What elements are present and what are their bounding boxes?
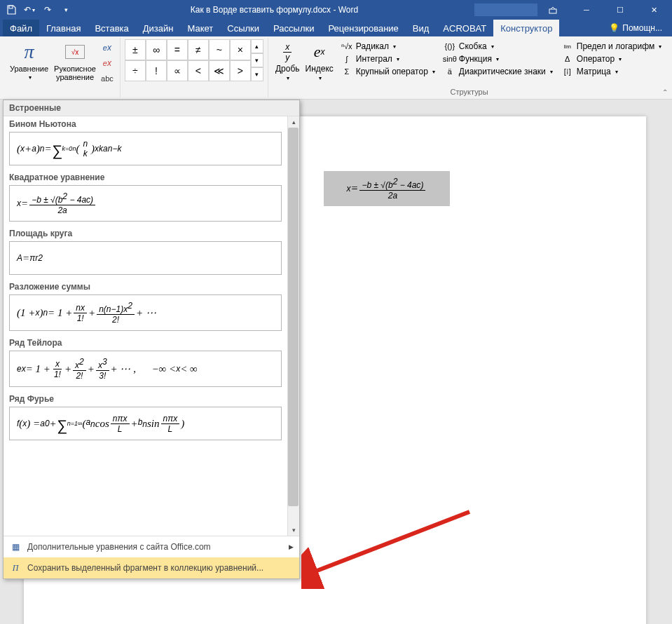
- fraction-button[interactable]: xy Дробь▾: [273, 39, 303, 84]
- group-symbols: ±∞=≠~×÷!∝<≪> ▴ ▾ ▾: [121, 38, 268, 97]
- symbol-~[interactable]: ~: [209, 39, 230, 60]
- tab-design[interactable]: Дизайн: [136, 20, 181, 36]
- qat-customize-button[interactable]: ▾: [57, 1, 74, 18]
- symbol-×[interactable]: ×: [230, 39, 251, 60]
- operator-icon: Δ: [561, 54, 574, 64]
- symbols-down-button[interactable]: ▾: [251, 53, 263, 67]
- ink-icon: √x: [65, 45, 85, 59]
- symbol-∞[interactable]: ∞: [146, 39, 167, 60]
- symbol->[interactable]: >: [230, 60, 251, 81]
- minimize-button[interactable]: ─: [571, 1, 602, 18]
- tab-insert[interactable]: Вставка: [88, 20, 135, 36]
- tab-references[interactable]: Ссылки: [220, 20, 266, 36]
- convert-column: ex ex abc: [99, 39, 116, 87]
- close-button[interactable]: ✕: [638, 1, 669, 18]
- gallery-scrollbar[interactable]: ▴ ▾: [287, 116, 299, 536]
- operator-button[interactable]: ΔОператор ▾: [560, 53, 663, 65]
- tab-constructor[interactable]: Конструктор: [493, 20, 559, 36]
- save-to-gallery-label: Сохранить выделенный фрагмент в коллекци…: [27, 563, 263, 573]
- tell-me-label: Помощн...: [622, 23, 662, 33]
- bracket-icon: {()}: [444, 41, 456, 51]
- ink-label: Рукописное уравнение: [54, 65, 96, 81]
- function-label: Функция: [459, 54, 492, 64]
- ribbon-options-button[interactable]: [537, 1, 568, 18]
- limit-label: Предел и логарифм: [577, 41, 654, 51]
- tab-acrobat[interactable]: ACROBAT: [436, 20, 493, 36]
- symbol-÷[interactable]: ÷: [125, 60, 146, 81]
- limit-button[interactable]: limПредел и логарифм ▾: [560, 41, 663, 52]
- scroll-down-button[interactable]: ▾: [288, 524, 299, 536]
- symbols-more-button[interactable]: ▾: [251, 67, 263, 81]
- tab-home[interactable]: Главная: [39, 20, 88, 36]
- large-operator-button[interactable]: ΣКрупный оператор ▾: [339, 66, 437, 77]
- symbols-up-button[interactable]: ▴: [251, 39, 263, 53]
- equation-title: Ряд Тейлора: [9, 338, 282, 348]
- collapse-ribbon-button[interactable]: ⌃: [662, 88, 668, 96]
- tab-review[interactable]: Рецензирование: [321, 20, 405, 36]
- maximize-button[interactable]: ☐: [605, 1, 636, 18]
- equation-preview-3[interactable]: (1 + x)n = 1 + nx1! + n(n−1)x22! + ⋯: [9, 294, 282, 331]
- symbol-=[interactable]: =: [167, 39, 188, 60]
- symbol-∝[interactable]: ∝: [167, 60, 188, 81]
- inserted-equation[interactable]: x = −b ± √(b2 − 4ac)2a: [324, 171, 450, 206]
- redo-button[interactable]: ↷: [39, 1, 56, 18]
- diacritic-button[interactable]: äДиакритические знаки ▾: [442, 66, 554, 77]
- radical-label: Радикал: [356, 41, 389, 51]
- save-to-gallery-button[interactable]: Π Сохранить выделенный фрагмент в коллек…: [4, 557, 299, 578]
- equation-preview-0[interactable]: (x + a)n = ∑k=0n (nk) xkan−k: [9, 132, 282, 165]
- window-title: Как в Ворде вставить формулу.docx - Word: [74, 5, 474, 15]
- equation-preview-2[interactable]: A = πr2: [9, 241, 282, 275]
- save-button[interactable]: [3, 1, 20, 18]
- symbol-<[interactable]: <: [188, 60, 209, 81]
- equation-preview-1[interactable]: x = −b ± √(b2 − 4ac)2a: [9, 185, 282, 222]
- tab-layout[interactable]: Макет: [180, 20, 220, 36]
- tab-mailings[interactable]: Рассылки: [266, 20, 321, 36]
- normal-text-button[interactable]: abc: [100, 72, 114, 86]
- radical-icon: ⁿ√x: [341, 41, 353, 51]
- office-icon: ▦: [9, 541, 22, 553]
- index-button[interactable]: ex Индекс▾: [303, 39, 336, 84]
- diacritic-label: Диакритические знаки: [459, 67, 546, 76]
- tab-view[interactable]: Вид: [406, 20, 437, 36]
- window-controls: ─ ☐ ✕: [537, 1, 669, 18]
- bracket-button[interactable]: {()}Скобка ▾: [442, 41, 554, 52]
- large-op-label: Крупный оператор: [356, 67, 428, 76]
- radical-button[interactable]: ⁿ√xРадикал ▾: [339, 41, 437, 52]
- save-pi-icon: Π: [9, 562, 22, 574]
- symbol-±[interactable]: ±: [125, 39, 146, 60]
- symbol-![interactable]: !: [146, 60, 167, 81]
- linear-button[interactable]: ex: [100, 56, 114, 70]
- equation-gallery-dropdown: Встроенные Бином Ньютона(x + a)n = ∑k=0n…: [3, 100, 300, 579]
- ink-equation-button[interactable]: √x Рукописное уравнение: [51, 39, 99, 87]
- professional-button[interactable]: ex: [100, 41, 114, 55]
- integral-button[interactable]: ∫Интеграл ▾: [339, 53, 437, 65]
- chevron-right-icon: ▶: [289, 543, 294, 550]
- function-button[interactable]: sinθФункция ▾: [442, 53, 554, 65]
- equation-preview-4[interactable]: ex = 1 + x1! + x22! + x33! + ⋯ , −∞ < x …: [9, 351, 282, 387]
- equation-title: Квадратное уравнение: [9, 172, 282, 182]
- signin-placeholder[interactable]: [474, 4, 537, 16]
- more-equations-button[interactable]: ▦ Дополнительные уравнения с сайта Offic…: [4, 536, 299, 557]
- equation-title: Площадь круга: [9, 229, 282, 238]
- symbol-≠[interactable]: ≠: [188, 39, 209, 60]
- fraction-label: Дробь: [275, 64, 300, 74]
- integral-label: Интеграл: [356, 54, 392, 64]
- undo-button[interactable]: ↶▾: [21, 1, 38, 18]
- matrix-button[interactable]: [⁞]Матрица ▾: [560, 66, 663, 77]
- group-structures: xy Дробь▾ ex Индекс▾ ⁿ√xРадикал ▾ ∫Интег…: [268, 38, 670, 97]
- scroll-thumb[interactable]: [288, 128, 299, 506]
- scroll-up-button[interactable]: ▴: [288, 116, 299, 128]
- tell-me-button[interactable]: 💡Помощн...: [602, 20, 669, 36]
- more-equations-label: Дополнительные уравнения с сайта Office.…: [27, 542, 211, 552]
- tab-file[interactable]: Файл: [3, 20, 39, 36]
- equation-button[interactable]: π Уравнение ▾: [7, 39, 51, 87]
- symbol-≪[interactable]: ≪: [209, 60, 230, 81]
- equation-label: Уравнение: [10, 65, 48, 73]
- titlebar: ↶▾ ↷ ▾ Как в Ворде вставить формулу.docx…: [0, 0, 672, 20]
- diacritic-icon: ä: [444, 67, 456, 76]
- equation-title: Разложение суммы: [9, 282, 282, 292]
- symbol-scroll: ▴ ▾ ▾: [251, 39, 263, 81]
- equation-preview-5[interactable]: f(x) = a0 + ∑n=1∞ (an cosnπxL + bn sinnπ…: [9, 407, 282, 440]
- gallery-header: Встроенные: [4, 100, 299, 116]
- matrix-label: Матрица: [577, 67, 611, 76]
